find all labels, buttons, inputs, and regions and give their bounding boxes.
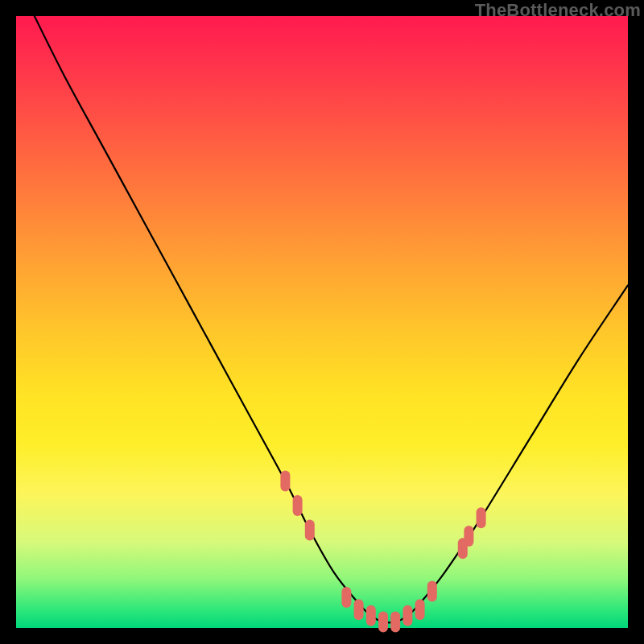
- marker-point: [354, 599, 364, 620]
- bottleneck-curve: [35, 16, 628, 622]
- marker-point: [378, 611, 388, 632]
- marker-point: [305, 519, 315, 540]
- marker-point: [402, 605, 412, 626]
- marker-point: [293, 495, 303, 516]
- plot-area: [16, 16, 628, 628]
- curve-svg: [16, 16, 628, 628]
- marker-point: [280, 471, 290, 492]
- marker-point: [390, 611, 400, 632]
- marker-point: [341, 587, 351, 608]
- marker-point: [477, 507, 486, 528]
- marker-point: [366, 605, 376, 626]
- marker-point: [427, 580, 437, 601]
- chart-stage: TheBottleneck.com: [0, 0, 644, 644]
- marker-point: [464, 526, 473, 547]
- marker-group: [280, 471, 485, 633]
- marker-point: [415, 599, 425, 620]
